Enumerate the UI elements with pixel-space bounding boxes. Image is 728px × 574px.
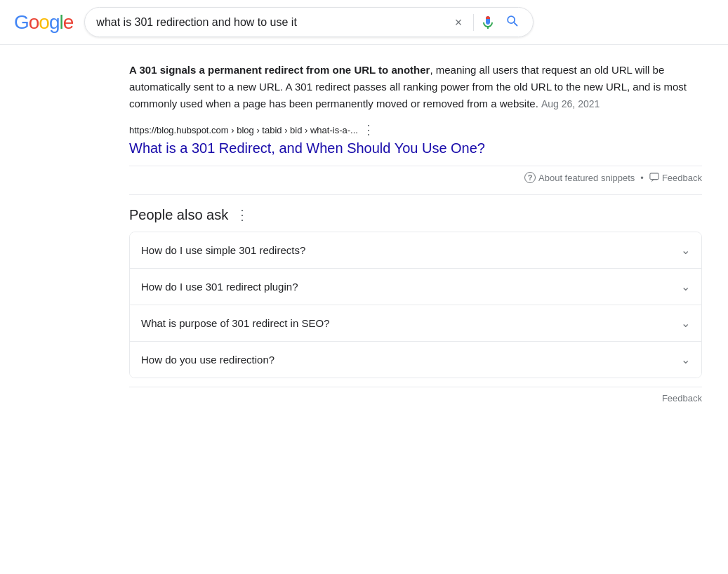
feedback-icon [649, 173, 659, 182]
snippet-source: https://blog.hubspot.com › blog › tabid … [129, 124, 702, 136]
search-button[interactable] [502, 13, 522, 31]
mic-icon[interactable] [479, 14, 496, 31]
paa-question: How do you use redirection? [141, 354, 274, 366]
chevron-down-icon: ⌄ [681, 316, 690, 330]
source-options-icon[interactable]: ⋮ [362, 124, 375, 136]
paa-question: How do I use simple 301 redirects? [141, 244, 305, 256]
search-bar: × [84, 7, 534, 37]
paa-header: People also ask ⋮ [129, 206, 702, 223]
paa-item[interactable]: How do I use simple 301 redirects? ⌄ [130, 232, 701, 269]
clear-button[interactable]: × [449, 15, 468, 30]
snippet-footer: ? About featured snippets • Feedback [129, 166, 702, 183]
snippet-bold: A 301 signals a permanent redirect from … [129, 64, 430, 76]
paa-item[interactable]: How do I use 301 redirect plugin? ⌄ [130, 269, 701, 305]
paa-options-icon[interactable]: ⋮ [235, 206, 249, 223]
chevron-down-icon: ⌄ [681, 353, 690, 366]
search-bar-wrapper: × [84, 7, 534, 37]
footer-dot: • [640, 173, 644, 183]
snippet-date: Aug 26, 2021 [541, 98, 600, 109]
search-divider [473, 14, 474, 31]
bottom-feedback: Feedback [129, 387, 702, 403]
paa-items-list: How do I use simple 301 redirects? ⌄ How… [129, 232, 702, 378]
about-snippets-link[interactable]: ? About featured snippets [524, 172, 635, 183]
search-input[interactable] [96, 16, 443, 29]
paa-question: What is purpose of 301 redirect in SEO? [141, 317, 329, 329]
svg-rect-0 [650, 173, 658, 180]
about-snippets-label: About featured snippets [538, 173, 635, 183]
chevron-down-icon: ⌄ [681, 243, 690, 257]
feedback-label: Feedback [662, 173, 702, 183]
google-logo[interactable]: Google [14, 11, 73, 34]
snippet-text: A 301 signals a permanent redirect from … [129, 62, 702, 112]
main-content: A 301 signals a permanent redirect from … [112, 45, 716, 418]
featured-snippet: A 301 signals a permanent redirect from … [129, 56, 702, 195]
header: Google × [0, 0, 728, 45]
people-also-ask-section: People also ask ⋮ How do I use simple 30… [129, 206, 702, 403]
paa-item[interactable]: How do you use redirection? ⌄ [130, 342, 701, 378]
paa-question: How do I use 301 redirect plugin? [141, 281, 298, 293]
paa-title: People also ask [129, 207, 228, 223]
paa-item[interactable]: What is purpose of 301 redirect in SEO? … [130, 305, 701, 342]
help-circle-icon: ? [524, 172, 536, 183]
bottom-feedback-link[interactable]: Feedback [662, 393, 702, 403]
chevron-down-icon: ⌄ [681, 280, 690, 293]
snippet-url: https://blog.hubspot.com › blog › tabid … [129, 125, 358, 135]
snippet-title-link[interactable]: What is a 301 Redirect, and When Should … [129, 139, 702, 157]
feedback-link[interactable]: Feedback [649, 173, 702, 183]
